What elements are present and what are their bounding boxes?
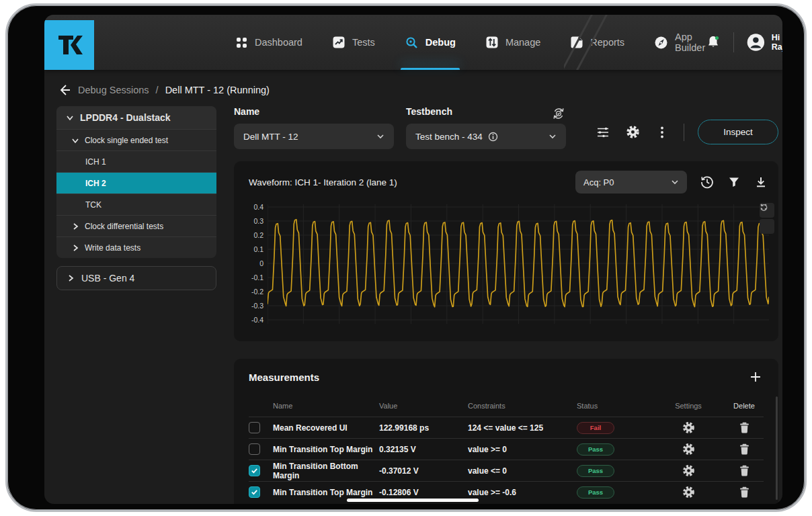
tree-item-ich-1[interactable]: ICH 1: [56, 150, 216, 172]
y-tick-label: 0: [259, 259, 263, 267]
settings-cell: [682, 421, 696, 435]
usb-group-label: USB - Gen 4: [81, 273, 134, 284]
tree-item-clock-differential-tests[interactable]: Clock differential tests: [56, 215, 216, 236]
column-header-status: Status: [577, 402, 652, 410]
user-menu[interactable]: Hi Rajesh: [746, 31, 782, 54]
active-tab-underline: [401, 68, 460, 70]
tree-item-write-data-tests[interactable]: Write data tests: [56, 236, 216, 258]
measurements-column-headers: NameValueConstraintsStatusSettingsDelete: [249, 395, 764, 417]
tektronix-logo[interactable]: [44, 20, 94, 70]
row-settings-gear-icon[interactable]: [682, 485, 696, 499]
nav-items: DashboardTestsDebugManageReportsApp Buil…: [235, 15, 705, 70]
tree-item-label: Clock differential tests: [85, 222, 163, 231]
kebab-menu-icon[interactable]: [654, 124, 670, 140]
row-delete-trash-icon[interactable]: [739, 422, 749, 433]
sidebar-item-usb-gen4[interactable]: USB - Gen 4: [56, 266, 216, 290]
row-delete-trash-icon[interactable]: [739, 465, 749, 476]
reset-view-icon[interactable]: [760, 219, 774, 234]
row-checkbox[interactable]: [249, 443, 260, 455]
nav-item-app-builder[interactable]: App Builder: [654, 15, 705, 70]
tk-logo-icon: [56, 32, 83, 58]
nav-divider: [733, 32, 734, 52]
measurement-value: -0.12806 V: [379, 488, 468, 497]
filter-list-icon[interactable]: [595, 124, 611, 140]
inspect-button[interactable]: Inspect: [698, 120, 778, 144]
tree-item-ich-2[interactable]: ICH 2: [56, 172, 216, 194]
measurement-name: Min Transition Bottom Margin: [273, 462, 379, 480]
measurement-row: Min Transition Top Margin-0.12806 Vvalue…: [249, 481, 764, 503]
row-checkbox[interactable]: [249, 422, 260, 433]
column-header-settings: Settings: [675, 402, 702, 410]
delete-cell: [739, 465, 749, 476]
testbench-label: Testbench: [406, 106, 452, 117]
row-settings-gear-icon[interactable]: [682, 464, 696, 478]
back-arrow-icon[interactable]: [58, 83, 71, 97]
measurements-header: Measurements: [249, 359, 764, 395]
breadcrumb-separator: /: [156, 85, 159, 95]
tree-item-label: Clock single ended test: [85, 136, 168, 145]
user-greeting: Hi Rajesh: [772, 33, 782, 52]
settings-gear-icon[interactable]: [624, 124, 641, 140]
tree-item-tck[interactable]: TCK: [56, 194, 216, 215]
waveform-chart: 0.40.30.20.10-0.1-0.2-0.3-0.4: [245, 202, 769, 325]
y-tick-label: 0.4: [253, 203, 263, 211]
measurements-rows: Mean Recovered UI122.99168 ps124 <= valu…: [249, 417, 764, 503]
measurement-constraints: value >= 0: [468, 445, 577, 454]
filter-funnel-icon[interactable]: [726, 174, 742, 190]
y-tick-label: -0.1: [251, 273, 263, 282]
history-icon[interactable]: [699, 174, 715, 190]
add-measurement-icon[interactable]: [747, 369, 764, 385]
measurement-value: -0.37012 V: [379, 466, 468, 476]
delete-cell: [739, 486, 749, 498]
measurement-value: 0.32135 V: [379, 445, 468, 454]
row-checkbox[interactable]: [249, 465, 260, 476]
measurement-row: Min Transition Top Margin0.32135 Vvalue …: [249, 438, 764, 460]
vertical-scrollbar-track[interactable]: [776, 396, 778, 500]
row-delete-trash-icon[interactable]: [739, 486, 749, 498]
chevron-down-icon: [671, 178, 679, 186]
breadcrumb-parent[interactable]: Debug Sessions: [78, 85, 149, 95]
nav-item-label: Manage: [505, 37, 540, 48]
nav-right-group: Hi Rajesh: [705, 31, 782, 54]
tree-item-clock-single-ended-test[interactable]: Clock single ended test: [56, 129, 216, 150]
row-settings-gear-icon[interactable]: [682, 442, 696, 456]
measurement-name: Min Transition Top Margin: [273, 488, 379, 497]
test-tree-sidebar: LPDDR4 - DualstackClock single ended tes…: [56, 106, 216, 504]
testbench-select[interactable]: Test bench - 434: [406, 124, 566, 149]
nav-item-dashboard[interactable]: Dashboard: [235, 15, 302, 70]
settings-cell: [682, 442, 696, 456]
breadcrumb: Debug Sessions / Dell MTT - 12 (Running): [44, 70, 782, 106]
info-icon[interactable]: [488, 132, 498, 142]
chevron-down-icon: [376, 132, 384, 140]
column-header-delete: Delete: [733, 402, 755, 410]
column-header-name: Name: [273, 402, 379, 410]
horizontal-scrollbar-thumb[interactable]: [347, 499, 479, 502]
nav-item-tests[interactable]: Tests: [332, 15, 375, 70]
waveform-card: Waveform: ICH 1- Iteration 2 (lane 1) Ac…: [234, 161, 778, 341]
sync-icon[interactable]: [551, 106, 566, 121]
y-tick-label: -0.2: [251, 288, 263, 296]
plot-area[interactable]: [268, 202, 769, 325]
row-settings-gear-icon[interactable]: [682, 421, 696, 435]
status-badge: Pass: [577, 443, 614, 456]
nav-item-manage[interactable]: Manage: [485, 15, 540, 70]
name-select[interactable]: Dell MTT - 12: [234, 124, 394, 149]
breadcrumb-current: Dell MTT - 12 (Running): [165, 85, 270, 95]
tree-item-label: Write data tests: [85, 243, 140, 253]
main-panel: Name Dell MTT - 12 Testbench Test bench …: [234, 106, 781, 504]
notifications-bell-icon[interactable]: [705, 34, 721, 50]
column-header-constraints: Constraints: [468, 402, 577, 410]
acq-select[interactable]: Acq: P0: [575, 171, 687, 194]
row-checkbox[interactable]: [249, 486, 260, 498]
status-badge: Fail: [577, 422, 614, 434]
debug-search-icon: [405, 36, 419, 50]
y-tick-label: 0.2: [253, 231, 263, 239]
y-tick-label: -0.4: [251, 316, 263, 324]
y-tick-label: 0.1: [253, 245, 263, 253]
row-delete-trash-icon[interactable]: [739, 443, 749, 455]
download-icon[interactable]: [753, 174, 769, 190]
tree-item-lpddr4---dualstack[interactable]: LPDDR4 - Dualstack: [56, 106, 216, 129]
nav-item-debug[interactable]: Debug: [405, 15, 456, 70]
measurement-name: Min Transition Top Margin: [273, 445, 379, 454]
nav-item-label: Tests: [352, 37, 375, 48]
